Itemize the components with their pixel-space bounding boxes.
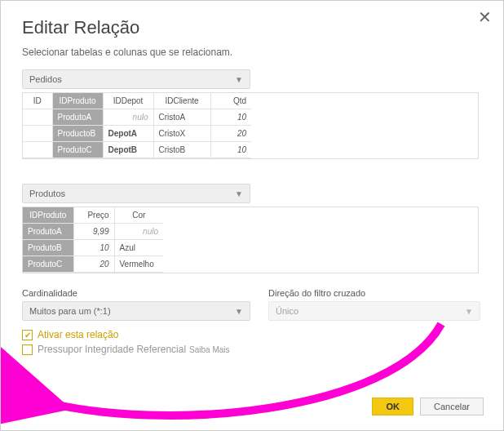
- table2-select[interactable]: Produtos ▼: [22, 184, 250, 203]
- edit-relationship-dialog: ✕ Editar Relação Selecionar tabelas e co…: [0, 0, 504, 431]
- cardinality-label: Cardinalidade: [22, 288, 250, 298]
- t1-col-id[interactable]: ID: [23, 93, 52, 109]
- cardinality-select[interactable]: Muitos para um (*:1) ▼: [22, 301, 250, 321]
- t1-col-qtd[interactable]: Qtd: [210, 93, 251, 109]
- activate-relationship-checkbox[interactable]: ✔: [22, 330, 33, 340]
- t1-col-idcliente[interactable]: IDCliente: [153, 93, 210, 109]
- table-row[interactable]: ProdutoA 9,99 nulo: [23, 224, 163, 240]
- t1-col-idproduto[interactable]: IDProduto: [52, 93, 103, 109]
- crossfilter-select[interactable]: Único ▼: [268, 301, 480, 321]
- dialog-title: Editar Relação: [22, 17, 482, 38]
- ok-button[interactable]: OK: [372, 398, 413, 415]
- table-row[interactable]: ProductoB DepotA CristoX 20: [23, 126, 251, 142]
- table-row[interactable]: ProdutoC 20 Vermelho: [23, 256, 163, 273]
- table-row[interactable]: ProdutoB 10 Azul: [23, 240, 163, 256]
- close-button[interactable]: ✕: [478, 7, 492, 27]
- table2-grid[interactable]: IDProduto Preço Cor ProdutoA 9,99 nulo P…: [22, 207, 479, 273]
- dialog-subtitle: Selecionar tabelas e colunas que se rela…: [22, 47, 482, 58]
- table1-grid[interactable]: ID IDProduto IDDepot IDCliente Qtd Produ…: [22, 92, 479, 159]
- table-row[interactable]: ProdutoC DepotB CristoB 10: [23, 142, 251, 158]
- t2-col-cor[interactable]: Cor: [114, 207, 163, 224]
- table1-select[interactable]: Pedidos ▼: [22, 69, 250, 89]
- cardinality-value: Muitos para um (*:1): [29, 306, 111, 316]
- t2-col-idproduto[interactable]: IDProduto: [23, 207, 73, 224]
- t1-col-iddepot[interactable]: IDDepot: [103, 93, 153, 109]
- referential-integrity-label: Pressupor Integridade Referencial: [38, 344, 186, 355]
- chevron-down-icon: ▼: [235, 75, 243, 84]
- referential-integrity-checkbox[interactable]: [22, 344, 33, 355]
- table2-select-label: Produtos: [29, 189, 65, 198]
- cancel-button[interactable]: Cancelar: [420, 398, 484, 415]
- crossfilter-label: Direção do filtro cruzado: [268, 288, 482, 298]
- t2-col-preco[interactable]: Preço: [73, 207, 114, 224]
- chevron-down-icon: ▼: [465, 307, 473, 316]
- activate-relationship-label: Ativar esta relação: [38, 329, 118, 340]
- crossfilter-value: Único: [276, 306, 298, 316]
- chevron-down-icon: ▼: [235, 307, 243, 316]
- table-row[interactable]: ProdutoA nulo CristoA 10: [23, 109, 251, 126]
- learn-more-link[interactable]: Saiba Mais: [189, 345, 229, 354]
- chevron-down-icon: ▼: [235, 189, 243, 198]
- table1-select-label: Pedidos: [29, 74, 62, 84]
